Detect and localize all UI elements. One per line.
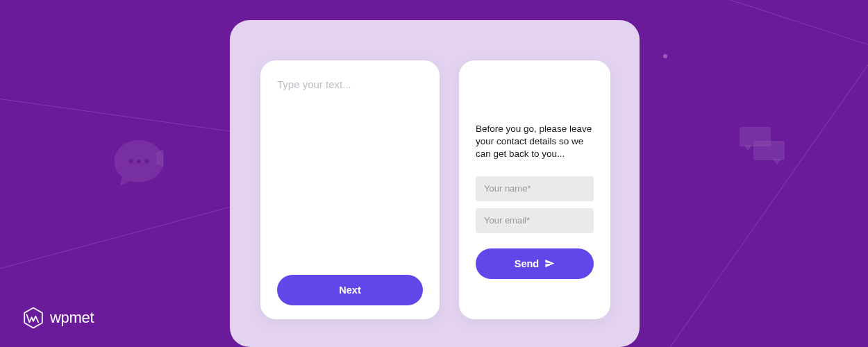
decor-line: [658, 0, 868, 347]
chat-bubble-icon: [108, 135, 170, 191]
email-input[interactable]: [476, 208, 594, 233]
contact-details-card: Before you go, please leave your contact…: [459, 60, 610, 319]
main-container: Next Before you go, please leave your co…: [230, 20, 640, 347]
paper-plane-icon: [544, 258, 555, 269]
send-button[interactable]: Send: [476, 248, 594, 279]
message-textarea[interactable]: [277, 78, 423, 275]
svg-point-0: [128, 159, 133, 163]
text-entry-card: Next: [260, 60, 440, 319]
name-input[interactable]: [476, 176, 594, 201]
brand-name: wpmet: [50, 309, 94, 327]
svg-point-2: [144, 159, 149, 163]
brand-logo: wpmet: [22, 307, 94, 329]
decor-dot: [663, 54, 667, 58]
logo-mark-icon: [22, 307, 44, 329]
svg-point-1: [137, 159, 141, 163]
prompt-text: Before you go, please leave your contact…: [476, 123, 594, 161]
next-button[interactable]: Next: [277, 275, 423, 305]
send-button-label: Send: [515, 258, 539, 269]
messages-icon: [740, 127, 788, 169]
